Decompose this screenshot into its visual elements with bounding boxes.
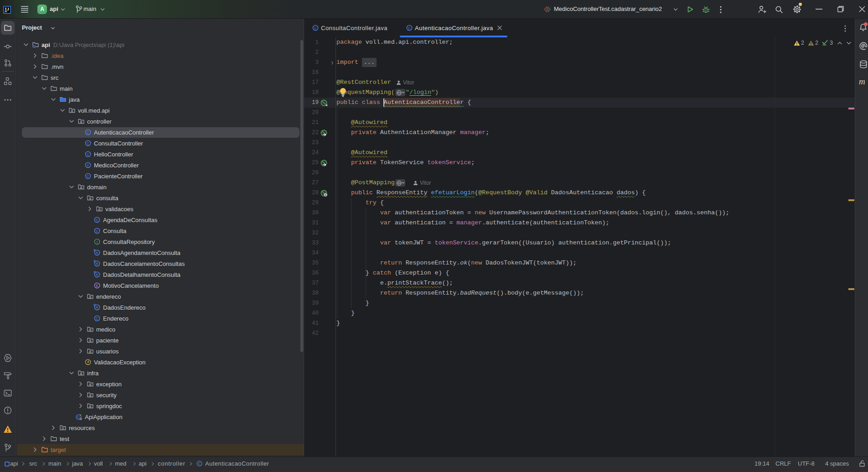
svg-text:IJ: IJ <box>5 7 9 12</box>
